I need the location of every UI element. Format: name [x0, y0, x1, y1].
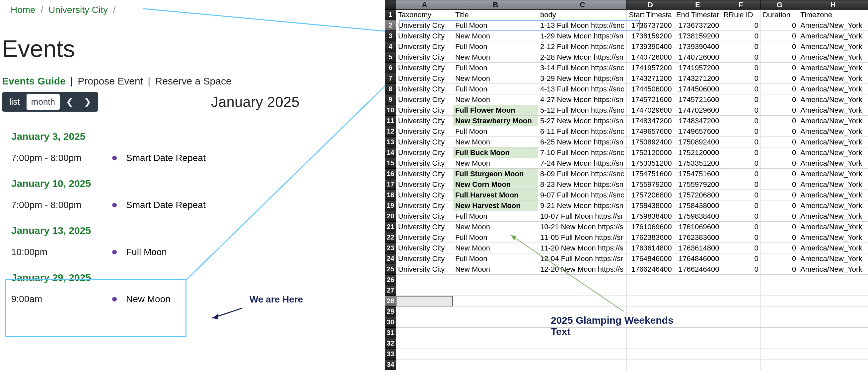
cell[interactable]: 0: [761, 116, 798, 126]
cell[interactable]: 1744506000: [674, 84, 721, 95]
cell[interactable]: Duration: [761, 10, 798, 20]
cell[interactable]: 1748347200: [627, 116, 674, 126]
col-header-H[interactable]: H: [798, 0, 868, 10]
cell[interactable]: 1757206800: [627, 190, 674, 201]
cell[interactable]: University City: [396, 126, 453, 137]
cell[interactable]: 0: [761, 31, 798, 41]
cell[interactable]: University City: [396, 211, 453, 222]
event-row[interactable]: 10:00pmFull Moon: [2, 241, 375, 264]
cell[interactable]: [674, 296, 721, 307]
cell[interactable]: [538, 349, 627, 359]
cell[interactable]: University City: [396, 105, 453, 116]
cell[interactable]: America/New_York: [798, 190, 868, 201]
cell[interactable]: 1747029600: [674, 105, 721, 116]
cell[interactable]: 10-07 Full Moon https://sr: [538, 211, 627, 222]
cell[interactable]: 0: [721, 41, 761, 52]
cell[interactable]: America/New_York: [798, 84, 868, 95]
cell[interactable]: New Strawberry Moon: [453, 116, 538, 126]
cell[interactable]: Full Moon: [453, 126, 538, 137]
cell[interactable]: 0: [761, 179, 798, 190]
cell[interactable]: [453, 328, 538, 338]
cell[interactable]: University City: [396, 158, 453, 169]
cell[interactable]: [761, 338, 798, 349]
cell[interactable]: America/New_York: [798, 73, 868, 84]
cell[interactable]: America/New_York: [798, 201, 868, 211]
cell[interactable]: 1764846000: [674, 253, 721, 264]
cell[interactable]: [798, 275, 868, 285]
reserve-space-link[interactable]: Reserve a Space: [155, 75, 231, 86]
cell[interactable]: New Moon: [453, 158, 538, 169]
cell[interactable]: 1752120000: [627, 147, 674, 158]
cell[interactable]: 2-12 Full Moon https://snc: [538, 41, 627, 52]
cell[interactable]: New Moon: [453, 95, 538, 105]
cell[interactable]: America/New_York: [798, 95, 868, 105]
cell[interactable]: 1758438000: [674, 201, 721, 211]
cell[interactable]: University City: [396, 137, 453, 147]
row-header[interactable]: 17: [385, 179, 396, 190]
cell[interactable]: 0: [721, 211, 761, 222]
cell[interactable]: [538, 296, 627, 307]
cell[interactable]: 0: [761, 232, 798, 243]
event-row[interactable]: 7:00pm - 8:00pmSmart Date Repeat: [2, 194, 375, 216]
cell[interactable]: 1736737200: [627, 20, 674, 31]
cell[interactable]: 1759838400: [627, 211, 674, 222]
cell[interactable]: 1758438000: [627, 201, 674, 211]
cell[interactable]: 0: [761, 222, 798, 232]
row-header[interactable]: 10: [385, 105, 396, 116]
cell[interactable]: 1738159200: [627, 31, 674, 41]
row-header[interactable]: 11: [385, 116, 396, 126]
cell[interactable]: [453, 359, 538, 370]
cell[interactable]: 0: [721, 158, 761, 169]
cell[interactable]: 1740726000: [674, 52, 721, 63]
cell[interactable]: [627, 349, 674, 359]
cell[interactable]: 4-27 New Moon https://sn: [538, 95, 627, 105]
cell[interactable]: 0: [761, 147, 798, 158]
cell[interactable]: America/New_York: [798, 105, 868, 116]
col-header-A[interactable]: A: [396, 0, 453, 10]
cell[interactable]: End Timestar: [674, 10, 721, 20]
cell[interactable]: 0: [761, 84, 798, 95]
cell[interactable]: 1754751600: [627, 169, 674, 179]
breadcrumb-city[interactable]: University City: [49, 5, 108, 15]
row-header[interactable]: 22: [385, 232, 396, 243]
cell[interactable]: [721, 296, 761, 307]
sheet-corner[interactable]: [385, 0, 396, 10]
row-header[interactable]: 33: [385, 349, 396, 359]
row-header[interactable]: 12: [385, 126, 396, 137]
cell[interactable]: 9-07 Full Moon https://snc: [538, 190, 627, 201]
cell[interactable]: [396, 285, 453, 296]
cell[interactable]: [674, 307, 721, 317]
cell[interactable]: [396, 296, 453, 307]
cell[interactable]: 0: [761, 190, 798, 201]
cell[interactable]: 1762383600: [627, 232, 674, 243]
cell[interactable]: [538, 275, 627, 285]
cell[interactable]: 0: [721, 264, 761, 275]
cell[interactable]: 9-21 New Moon https://sn: [538, 201, 627, 211]
cell[interactable]: University City: [396, 41, 453, 52]
cell[interactable]: 3-29 New Moon https://sn: [538, 73, 627, 84]
row-header[interactable]: 14: [385, 147, 396, 158]
cell[interactable]: University City: [396, 147, 453, 158]
cell[interactable]: 5-27 New Moon https://sn: [538, 116, 627, 126]
cell[interactable]: 1757206800: [674, 190, 721, 201]
cell[interactable]: 1744506000: [627, 84, 674, 95]
cell[interactable]: University City: [396, 253, 453, 264]
cell[interactable]: Full Moon: [453, 20, 538, 31]
row-header[interactable]: 7: [385, 73, 396, 84]
cell[interactable]: 1741957200: [674, 63, 721, 73]
cell[interactable]: [674, 317, 721, 328]
row-header[interactable]: 23: [385, 243, 396, 253]
cell[interactable]: Full Buck Moon: [453, 147, 538, 158]
cell[interactable]: University City: [396, 243, 453, 253]
month-view-button[interactable]: month: [27, 94, 60, 110]
cell[interactable]: Full Moon: [453, 63, 538, 73]
cell[interactable]: 0: [761, 20, 798, 31]
cell[interactable]: [761, 317, 798, 328]
cell[interactable]: Title: [453, 10, 538, 20]
col-header-F[interactable]: F: [721, 0, 761, 10]
col-header-G[interactable]: G: [761, 0, 798, 10]
row-header[interactable]: 20: [385, 211, 396, 222]
cell[interactable]: 1748347200: [674, 116, 721, 126]
cell[interactable]: America/New_York: [798, 211, 868, 222]
cell[interactable]: 7-10 Full Moon https://snc: [538, 147, 627, 158]
